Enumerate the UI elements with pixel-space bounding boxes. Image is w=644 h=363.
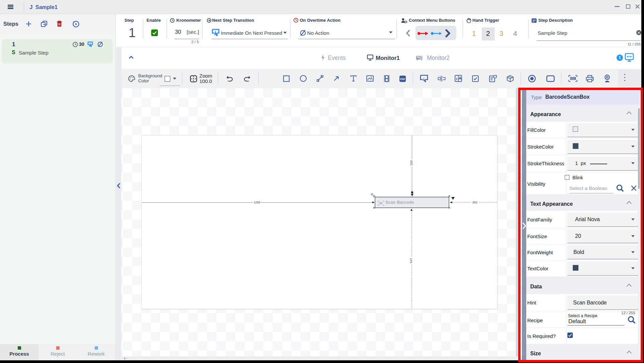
svg-text:1: 1 [456,77,458,81]
svg-text:PDF: PDF [400,78,405,81]
